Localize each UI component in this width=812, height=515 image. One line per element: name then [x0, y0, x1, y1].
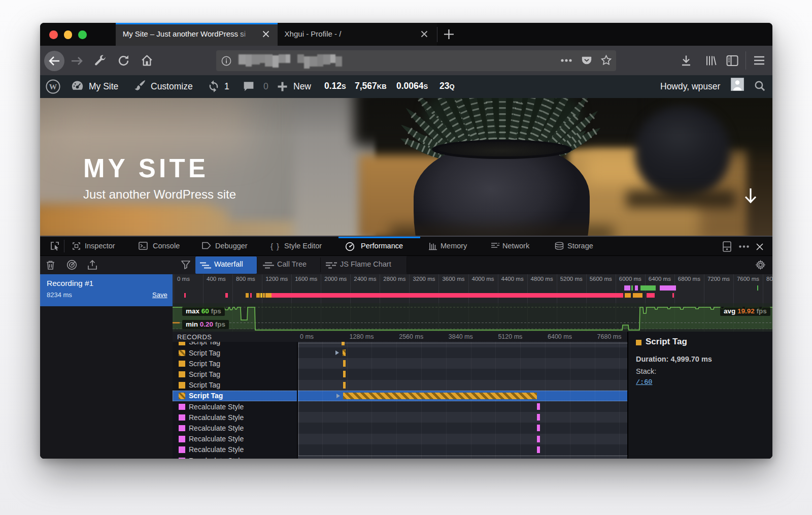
svg-text:W: W — [49, 82, 57, 90]
